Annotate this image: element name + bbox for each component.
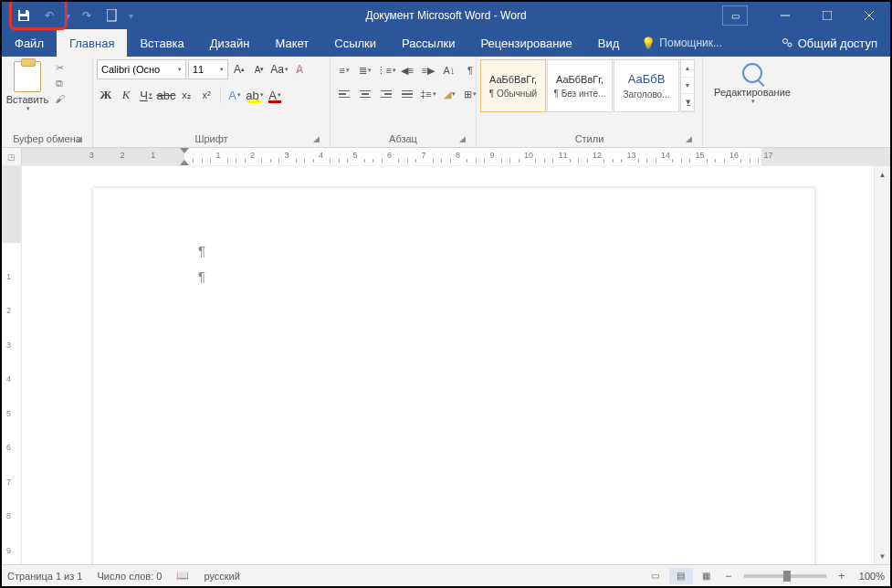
tab-home[interactable]: Главная — [57, 29, 127, 57]
language-indicator[interactable]: русский — [204, 571, 239, 582]
tab-review-label: Рецензирование — [480, 37, 572, 50]
align-center-button[interactable] — [355, 85, 375, 103]
tab-design[interactable]: Дизайн — [197, 29, 263, 57]
align-right-button[interactable] — [376, 85, 396, 103]
sort-button[interactable]: A↓ — [439, 61, 459, 79]
undo-button[interactable]: ↶ — [38, 5, 60, 26]
word-count[interactable]: Число слов: 0 — [97, 571, 162, 582]
clear-format-button[interactable]: A̷ — [290, 59, 309, 79]
paste-label: Вставить — [6, 94, 49, 105]
group-paragraph: ≡▾ ≣▾ ⋮≡▾ ◀≡ ≡▶ A↓ ¶ ‡≡▾ ◢▾ ⊞▾ Абзац◢ — [331, 57, 477, 147]
save-button[interactable] — [13, 5, 35, 26]
web-layout-button[interactable]: ▦ — [695, 568, 719, 584]
group-font-label: Шрифт — [194, 133, 227, 144]
shrink-font-button[interactable]: A▾ — [250, 59, 268, 79]
close-button[interactable] — [848, 2, 890, 29]
font-size-combo[interactable]: 11▾ — [188, 59, 228, 79]
print-layout-button[interactable]: ▤ — [669, 568, 693, 584]
new-doc-button[interactable] — [101, 5, 123, 26]
ruler-corner[interactable]: ◳ — [2, 148, 22, 165]
paragraph-launcher[interactable]: ◢ — [459, 134, 470, 145]
zoom-thumb[interactable] — [783, 571, 791, 582]
svg-point-7 — [782, 39, 787, 44]
ribbon: Вставить ▾ ✂ ⧉ 🖌 Буфер обмена◢ Calibri (… — [2, 57, 890, 148]
grow-font-button[interactable]: A▴ — [230, 59, 248, 79]
superscript-button[interactable]: x² — [197, 85, 215, 105]
decrease-indent-button[interactable]: ◀≡ — [397, 61, 417, 79]
style-heading1[interactable]: АаБбВ Заголово... — [614, 59, 679, 112]
text-effects-button[interactable]: A▾ — [226, 85, 244, 105]
change-case-button[interactable]: Aa▾ — [270, 59, 289, 79]
tab-layout[interactable]: Макет — [262, 29, 321, 57]
minimize-button[interactable] — [764, 2, 806, 29]
paste-button[interactable]: Вставить ▾ — [5, 59, 49, 112]
style-normal[interactable]: АаБбВвГг, ¶ Обычный — [480, 59, 546, 112]
shading-button[interactable]: ◢▾ — [439, 85, 459, 103]
share-button[interactable]: Общий доступ — [768, 29, 890, 57]
page-indicator[interactable]: Страница 1 из 1 — [7, 571, 82, 582]
horizontal-ruler[interactable]: 3211234567891011121314151617 — [22, 148, 890, 165]
font-name-value: Calibri (Осно — [101, 64, 160, 75]
qat-more[interactable]: ▾ — [129, 11, 133, 21]
font-launcher[interactable]: ◢ — [313, 134, 324, 145]
zoom-in-button[interactable]: + — [834, 568, 850, 584]
highlight-button[interactable]: ab▾ — [246, 85, 264, 105]
tab-view-label: Вид — [598, 37, 620, 50]
zoom-level[interactable]: 100% — [859, 571, 885, 582]
tab-review[interactable]: Рецензирование — [467, 29, 584, 57]
share-label: Общий доступ — [798, 37, 877, 50]
maximize-button[interactable] — [806, 2, 848, 29]
align-left-button[interactable] — [334, 85, 354, 103]
find-button[interactable]: Редактирование ▾ — [707, 59, 798, 105]
group-font: Calibri (Осно▾ 11▾ A▴ A▾ Aa▾ A̷ Ж К Ч▾ a… — [93, 57, 331, 147]
scroll-up-button[interactable]: ▲ — [875, 166, 890, 183]
redo-button[interactable]: ↷ — [76, 5, 98, 26]
svg-rect-0 — [20, 10, 26, 14]
font-color-button[interactable]: A▾ — [266, 85, 284, 105]
scroll-down-button[interactable]: ▼ — [875, 548, 890, 564]
style-nospacing[interactable]: АаБбВвГг, ¶ Без инте... — [547, 59, 613, 112]
tab-mailings[interactable]: Рассылки — [389, 29, 467, 57]
cut-button[interactable]: ✂ — [51, 61, 68, 74]
styles-up[interactable]: ▲ — [681, 60, 694, 78]
clipboard-launcher[interactable]: ◢ — [76, 134, 87, 145]
styles-down[interactable]: ▼ — [681, 78, 694, 95]
tab-view[interactable]: Вид — [585, 29, 633, 57]
line-spacing-button[interactable]: ‡≡▾ — [418, 85, 438, 103]
ribbon-options-button[interactable]: ▭ — [722, 5, 748, 26]
spellcheck-button[interactable]: 📖 — [176, 570, 189, 582]
tab-insert[interactable]: Вставка — [127, 29, 196, 57]
tell-me-search[interactable]: 💡 Помощник... — [632, 29, 731, 57]
styles-launcher[interactable]: ◢ — [686, 134, 697, 145]
copy-button[interactable]: ⧉ — [51, 77, 68, 89]
style2-name: ¶ Без инте... — [554, 89, 606, 99]
clipboard-icon — [14, 61, 41, 92]
zoom-slider[interactable] — [744, 574, 826, 578]
underline-button[interactable]: Ч▾ — [137, 85, 155, 105]
u-label: Ч — [140, 89, 148, 102]
tab-home-label: Главная — [69, 37, 114, 50]
strike-button[interactable]: abc — [157, 85, 175, 105]
format-painter-button[interactable]: 🖌 — [51, 92, 68, 105]
book-icon: 📖 — [176, 570, 189, 582]
group-paragraph-label: Абзац — [389, 133, 417, 144]
multilevel-button[interactable]: ⋮≡▾ — [376, 61, 396, 79]
zoom-out-button[interactable]: − — [720, 568, 737, 584]
document-canvas[interactable]: ¶ ¶ — [22, 166, 874, 564]
increase-indent-button[interactable]: ≡▶ — [418, 61, 438, 79]
justify-button[interactable] — [397, 85, 417, 103]
subscript-button[interactable]: x₂ — [177, 85, 195, 105]
font-name-combo[interactable]: Calibri (Осно▾ — [97, 59, 186, 79]
read-mode-button[interactable]: ▭ — [644, 568, 667, 584]
vertical-ruler[interactable]: 12345678910 — [2, 166, 22, 564]
numbering-button[interactable]: ≣▾ — [355, 61, 375, 79]
style1-preview: АаБбВвГг, — [489, 74, 537, 85]
bullets-button[interactable]: ≡▾ — [334, 61, 354, 79]
tab-file[interactable]: Файл — [2, 29, 57, 57]
bold-button[interactable]: Ж — [97, 85, 115, 105]
styles-more[interactable]: ▼̲ — [681, 94, 694, 111]
status-bar: Страница 1 из 1 Число слов: 0 📖 русский … — [2, 564, 890, 586]
vertical-scrollbar[interactable]: ▲ ▼ — [874, 166, 890, 564]
italic-button[interactable]: К — [117, 85, 135, 105]
tab-references[interactable]: Ссылки — [321, 29, 389, 57]
